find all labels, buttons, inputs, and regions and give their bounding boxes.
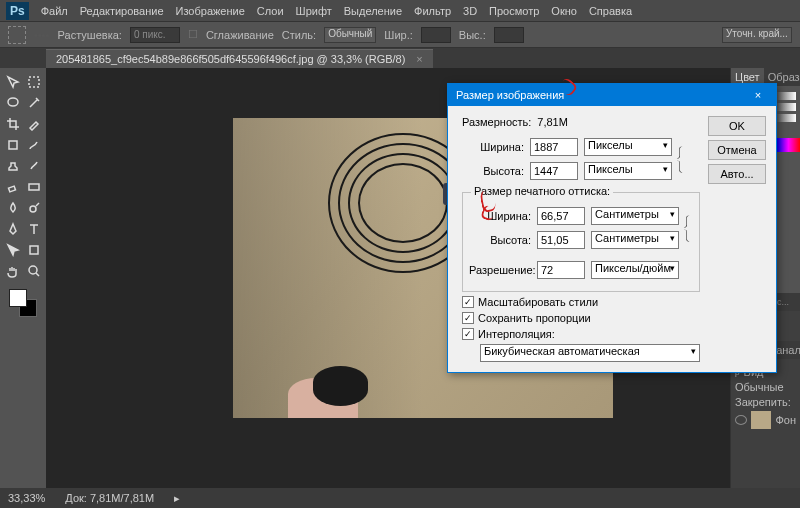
close-tab-icon[interactable]: ×	[416, 53, 422, 65]
resolution-label: Разрешение:	[469, 264, 531, 276]
heal-tool[interactable]	[3, 135, 23, 155]
height-label: Выс.:	[459, 29, 486, 41]
width-input[interactable]	[421, 27, 451, 43]
resolution-input[interactable]	[537, 261, 585, 279]
menu-select[interactable]: Выделение	[344, 5, 402, 17]
svg-rect-6	[30, 246, 38, 254]
history-brush-tool[interactable]	[24, 156, 44, 176]
dimension-value: 7,81М	[537, 116, 568, 128]
cancel-button[interactable]: Отмена	[708, 140, 766, 160]
svg-point-1	[8, 98, 18, 106]
menu-image[interactable]: Изображение	[176, 5, 245, 17]
svg-rect-4	[29, 184, 39, 190]
hand-tool[interactable]	[3, 261, 23, 281]
marquee-tool[interactable]	[24, 72, 44, 92]
px-height-input[interactable]	[530, 162, 578, 180]
menu-layers[interactable]: Слои	[257, 5, 284, 17]
gradient-tool[interactable]	[24, 177, 44, 197]
doc-info: Док: 7,81М/7,81М	[65, 492, 154, 504]
resolution-unit[interactable]: Пикселы/дюйм	[591, 261, 679, 279]
zoom-level[interactable]: 33,33%	[8, 492, 45, 504]
feather-input[interactable]	[130, 27, 180, 43]
px-width-input[interactable]	[530, 138, 578, 156]
color-swatches[interactable]	[9, 289, 37, 317]
print-height-label: Высота:	[469, 234, 531, 246]
refine-edge-button[interactable]: Уточн. край...	[722, 27, 792, 43]
menu-edit[interactable]: Редактирование	[80, 5, 164, 17]
layer-name: Фон	[775, 414, 796, 426]
link-icon-print[interactable]: ⎰⎱	[679, 213, 693, 243]
dodge-tool[interactable]	[24, 198, 44, 218]
ok-button[interactable]: OK	[708, 116, 766, 136]
svg-rect-2	[9, 141, 17, 149]
dialog-titlebar[interactable]: Размер изображения ×	[448, 84, 776, 106]
height-input[interactable]	[494, 27, 524, 43]
close-icon[interactable]: ×	[748, 89, 768, 101]
status-bar: 33,33% Док: 7,81М/7,81М ▸	[0, 488, 800, 508]
print-width-unit[interactable]: Сантиметры	[591, 207, 679, 225]
options-bar: ▪▪▪▪ Растушевка: ☐ Сглаживание Стиль: Об…	[0, 22, 800, 48]
menu-filter[interactable]: Фильтр	[414, 5, 451, 17]
link-icon[interactable]: ⎰⎱	[672, 144, 686, 174]
menu-type[interactable]: Шрифт	[296, 5, 332, 17]
svg-point-5	[30, 206, 36, 212]
menu-help[interactable]: Справка	[589, 5, 632, 17]
constrain-checkbox[interactable]: ✓	[462, 312, 474, 324]
zoom-tool[interactable]	[24, 261, 44, 281]
antialias-checkbox[interactable]: ☐	[188, 28, 198, 41]
menu-3d[interactable]: 3D	[463, 5, 477, 17]
document-tab-title: 205481865_cf9ec54b89e866f505df645596f496…	[56, 53, 405, 65]
px-width-unit[interactable]: Пикселы	[584, 138, 672, 156]
tools-panel	[0, 68, 46, 488]
resample-checkbox[interactable]: ✓	[462, 328, 474, 340]
feather-label: Растушевка:	[58, 29, 122, 41]
dimension-label: Размерность:	[462, 116, 531, 128]
menu-file[interactable]: Файл	[41, 5, 68, 17]
foreground-color[interactable]	[9, 289, 27, 307]
lasso-tool[interactable]	[3, 93, 23, 113]
layer-thumbnail	[751, 411, 771, 429]
style-label: Стиль:	[282, 29, 316, 41]
print-size-group: Размер печатного оттиска: Ширина: Сантим…	[462, 192, 700, 292]
document-tab[interactable]: 205481865_cf9ec54b89e866f505df645596f496…	[46, 49, 433, 68]
layer-row-bg[interactable]: Фон	[735, 408, 796, 432]
px-height-unit[interactable]: Пикселы	[584, 162, 672, 180]
menu-view[interactable]: Просмотр	[489, 5, 539, 17]
svg-rect-3	[8, 186, 15, 192]
auto-button[interactable]: Авто...	[708, 164, 766, 184]
px-width-label: Ширина:	[462, 141, 524, 153]
width-label: Шир.:	[384, 29, 412, 41]
resample-method-select[interactable]: Бикубическая автоматическая	[480, 344, 700, 362]
path-tool[interactable]	[3, 240, 23, 260]
print-height-unit[interactable]: Сантиметры	[591, 231, 679, 249]
dialog-title: Размер изображения	[456, 89, 564, 101]
eyedropper-tool[interactable]	[24, 114, 44, 134]
visibility-icon[interactable]	[735, 415, 747, 425]
eraser-tool[interactable]	[3, 177, 23, 197]
wand-tool[interactable]	[24, 93, 44, 113]
crop-tool[interactable]	[3, 114, 23, 134]
document-tab-bar: 205481865_cf9ec54b89e866f505df645596f496…	[0, 48, 800, 68]
layers-panel: ρВид Обычные Закрепить: Фон	[731, 359, 800, 488]
brush-tool[interactable]	[24, 135, 44, 155]
px-height-label: Высота:	[462, 165, 524, 177]
type-tool[interactable]	[24, 219, 44, 239]
image-size-dialog: Размер изображения × Размерность: 7,81М …	[447, 83, 777, 373]
scale-styles-checkbox[interactable]: ✓	[462, 296, 474, 308]
main-menu-bar: Ps Файл Редактирование Изображение Слои …	[0, 0, 800, 22]
shape-tool[interactable]	[24, 240, 44, 260]
print-height-input[interactable]	[537, 231, 585, 249]
menu-window[interactable]: Окно	[551, 5, 577, 17]
style-select[interactable]: Обычный	[324, 27, 376, 43]
print-width-label: Ширина:	[469, 210, 531, 222]
print-width-input[interactable]	[537, 207, 585, 225]
blur-tool[interactable]	[3, 198, 23, 218]
pen-tool[interactable]	[3, 219, 23, 239]
antialias-label: Сглаживание	[206, 29, 274, 41]
constrain-label: Сохранить пропорции	[478, 312, 591, 324]
svg-rect-0	[29, 77, 39, 87]
stamp-tool[interactable]	[3, 156, 23, 176]
lock-label: Закрепить:	[735, 396, 791, 408]
move-tool[interactable]	[3, 72, 23, 92]
blend-mode-select[interactable]: Обычные	[735, 381, 796, 393]
